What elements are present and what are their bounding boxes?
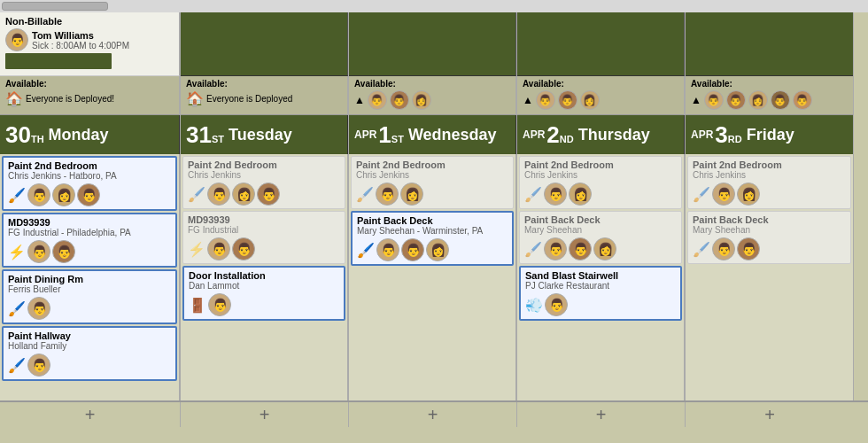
paint-brush-icon: 🖌️ [524,241,542,258]
face-2: 👨 [726,90,746,110]
face-2: 👨 [390,90,409,110]
face-3: 👩 [426,238,449,261]
scroll-thumb[interactable] [2,2,108,11]
day-name-tue: Tuesday [229,126,292,144]
job-paint-back-deck-thu[interactable]: Paint Back Deck Mary Sheehan 🖌️ 👨 👨 👩 [519,211,682,264]
job-paint-2nd-bedroom-mon[interactable]: Paint 2nd Bedroom Chris Jenkins - Hatbor… [2,156,177,211]
job-paint-2nd-bedroom-tue[interactable]: Paint 2nd Bedroom Chris Jenkins 🖌️ 👨 👩 👨 [182,156,345,209]
face-1: 👨 [368,90,387,110]
face-3: 👨 [77,183,100,206]
add-button-mon[interactable]: + [0,402,181,427]
schedule-block [5,53,112,69]
date-suffix-wed: ST [391,134,404,144]
col-tuesday: Available: 🏠 Everyone is Deployed 31 ST … [181,12,349,427]
day-name-thu: Thursday [578,126,650,144]
non-billable-label: Non-Billable [5,16,174,27]
job-title: Door Installation [189,270,339,281]
job-sand-blast-thu[interactable]: Sand Blast Stairwell PJ Clarke Restauran… [519,266,682,321]
col-wednesday: Available: ▲ 👨 👨 👩 APR 1 ST Wednesday Pa… [349,12,517,427]
month-label-thu: APR [523,128,545,141]
job-title: MD93939 [8,217,171,228]
col-thursday: Available: ▲ 👨 👨 👩 APR 2 ND Thursday Pai… [517,12,686,427]
door-icon: 🚪 [189,297,206,314]
day-header-wed: APR 1 ST Wednesday [349,115,516,154]
available-fri: Available: ▲ 👨 👨 👩 👨 👨 [686,76,853,115]
job-paint-2nd-bedroom-thu[interactable]: Paint 2nd Bedroom Chris Jenkins 🖌️ 👨 👩 [519,156,682,209]
face-1: 👨 [376,238,399,261]
job-paint-back-deck-wed[interactable]: Paint Back Deck Mary Sheehan - Warminste… [351,211,514,266]
job-paint-hallway-mon[interactable]: Paint Hallway Holland Family 🖌️ 👨 [2,326,177,381]
date-suffix-tue: ST [212,134,224,144]
face-1: 👨 [207,237,230,260]
day-header-thu: APR 2 ND Thursday [517,115,685,154]
month-label-fri: APR [691,128,713,141]
paint-brush-icon: 🖌️ [693,241,710,258]
up-arrow-icon: ▲ [691,94,701,106]
job-faces-row: 🖌️ 👨 👩 [524,183,677,206]
day-header-tue: 31 ST Tuesday [181,115,348,154]
add-button-thu[interactable]: + [517,402,686,427]
top-scrollbar-bar[interactable] [0,0,868,12]
jobs-area-mon: Paint 2nd Bedroom Chris Jenkins - Hatbor… [0,154,180,427]
bottom-add-row: + + + + + [0,400,868,427]
face-1: 👨 [712,237,735,260]
job-faces-row: 🖌️ 👨 👩 [356,183,508,206]
jobs-area-thu: Paint 2nd Bedroom Chris Jenkins 🖌️ 👨 👩 P… [517,154,685,427]
job-door-install-tue[interactable]: Door Installation Dan Lammot 🚪 👨 [182,266,345,321]
avail-label-mon: Available: [5,79,174,89]
job-faces-row: ⚡ 👨 👨 [188,237,340,260]
job-paint-back-deck-fri[interactable]: Paint Back Deck Mary Sheehan 🖌️ 👨 👨 [687,211,851,264]
job-title: Paint Back Deck [357,215,508,226]
job-sub: Dan Lammot [189,281,339,291]
job-sub: FG Industrial [188,225,340,235]
job-title: Paint Hallway [8,330,171,341]
date-suffix-fri: RD [728,134,742,144]
face-2: 👨 [232,237,255,260]
job-md93939-tue[interactable]: MD93939 FG Industrial ⚡ 👨 👨 [182,211,345,264]
col-monday: Non-Billable 👨 Tom Williams Sick : 8:00A… [0,12,181,427]
job-faces-row: 🖌️ 👨 👨 👩 [524,237,677,260]
face-2: 👨 [52,240,75,263]
job-md93939-mon[interactable]: MD93939 FG Industrial - Philadelphia, PA… [2,213,177,268]
face-1: 👨 [27,354,50,377]
avail-label-fri: Available: [691,79,848,89]
job-sub: Chris Jenkins [693,170,846,180]
job-sub: Chris Jenkins [188,170,340,180]
person-name: Tom Williams [32,30,129,41]
face-1: 👨 [536,90,555,110]
face-3: 👩 [412,90,431,110]
add-button-tue[interactable]: + [181,402,349,427]
face-2: 👨 [737,237,760,260]
job-sub: PJ Clarke Restaurant [525,281,676,291]
job-paint-dining-mon[interactable]: Paint Dining Rm Ferris Bueller 🖌️ 👨 [2,269,177,324]
date-suffix-mon: TH [31,134,44,144]
job-title: Paint Dining Rm [8,274,171,284]
face-2: 👩 [232,183,255,206]
day-name-wed: Wednesday [408,126,497,144]
job-sub: Holland Family [8,341,171,351]
paint-brush-icon: 🖌️ [8,300,26,317]
job-title: Paint 2nd Bedroom [524,159,677,170]
everyone-deployed-tue: Everyone is Deployed [206,94,292,104]
info-panel: Non-Billable 👨 Tom Williams Sick : 8:00A… [0,12,180,76]
up-arrow-icon: ▲ [354,94,365,106]
house-icon-mon: 🏠 [5,90,23,107]
job-faces-row: 🖌️ 👨 👩 👨 [8,183,171,206]
face-1: 👨 [712,183,735,206]
job-paint-2nd-bedroom-fri[interactable]: Paint 2nd Bedroom Chris Jenkins 🖌️ 👨 👩 [687,156,851,209]
face-2: 👨 [401,238,424,261]
date-num-fri: 3 [715,121,727,149]
job-paint-2nd-bedroom-wed[interactable]: Paint 2nd Bedroom Chris Jenkins 🖌️ 👨 👩 [351,156,514,209]
face-2: 👩 [400,183,423,206]
everyone-deployed-mon: Everyone is Deployed! [26,94,114,104]
job-faces-row: 🖌️ 👨 👨 👩 [357,238,508,261]
add-button-fri[interactable]: + [686,402,854,427]
main-grid: Non-Billable 👨 Tom Williams Sick : 8:00A… [0,12,868,427]
add-button-wed[interactable]: + [349,402,517,427]
job-faces-row: ⚡ 👨 👨 [8,240,171,263]
available-thu: Available: ▲ 👨 👨 👩 [517,76,685,115]
face-1: 👨 [208,293,231,316]
job-title: Paint 2nd Bedroom [8,160,171,171]
jobs-area-tue: Paint 2nd Bedroom Chris Jenkins 🖌️ 👨 👩 👨… [181,154,348,427]
jobs-area-fri: Paint 2nd Bedroom Chris Jenkins 🖌️ 👨 👩 P… [686,154,853,427]
